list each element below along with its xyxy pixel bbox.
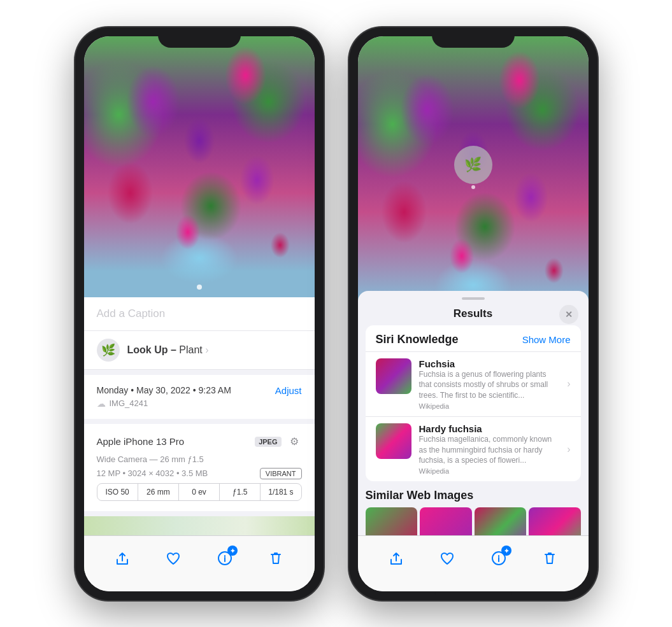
- similar-section: Similar Web Images: [366, 489, 581, 535]
- right-info-button-wrap[interactable]: ✦: [485, 544, 513, 572]
- caption-row[interactable]: Add a Caption: [84, 297, 315, 331]
- camera-model: Apple iPhone 13 Pro: [97, 436, 185, 447]
- shutter-cell: 1/181 s: [261, 484, 301, 500]
- similar-images-row: [366, 507, 581, 535]
- left-home-indicator: [161, 592, 238, 595]
- similar-image-4[interactable]: [529, 507, 581, 535]
- hardy-fuchsia-desc: Fuchsia magellanica, commonly known as t…: [419, 434, 558, 466]
- right-home-indicator: [435, 592, 511, 595]
- siri-lookup-button[interactable]: 🌿: [454, 146, 492, 184]
- fuchsia-desc: Fuchsia is a genus of flowering plants t…: [419, 369, 558, 401]
- fuchsia-source: Wikipedia: [419, 402, 558, 410]
- right-share-button[interactable]: [382, 544, 410, 572]
- camera-section: Apple iPhone 13 Pro JPEG ⚙ Wide Camera —…: [84, 424, 315, 511]
- hardy-fuchsia-chevron: ›: [567, 444, 570, 455]
- sk-header: Siri Knowledge Show More: [366, 325, 581, 351]
- fuchsia-thumbnail: [376, 358, 411, 394]
- format-badge: JPEG: [255, 437, 281, 447]
- heart-button[interactable]: [159, 544, 187, 572]
- right-heart-button[interactable]: [433, 544, 461, 572]
- hardy-fuchsia-title: Hardy fuchsia: [419, 423, 558, 434]
- focal-cell: 26 mm: [138, 484, 179, 500]
- hardy-fuchsia-text: Hardy fuchsia Fuchsia magellanica, commo…: [419, 423, 571, 475]
- left-bottom-toolbar: ✦: [84, 535, 315, 591]
- info-button-wrap[interactable]: ✦: [211, 544, 239, 572]
- flower-image-right[interactable]: 🌿: [358, 36, 589, 329]
- right-phone-screen: 🌿 Results ✕ Siri Knowledge Show More: [358, 36, 589, 591]
- cloud-icon: ☁: [97, 398, 106, 409]
- hardy-fuchsia-source: Wikipedia: [419, 467, 558, 475]
- results-title: Results: [454, 307, 492, 320]
- info-badge: ✦: [227, 546, 238, 556]
- fuchsia-item[interactable]: Fuchsia Fuchsia is a genus of flowering …: [366, 351, 581, 416]
- ev-cell: 0 ev: [179, 484, 220, 500]
- megapixels-spec: 12 MP • 3024 × 4032 • 3.5 MB: [97, 468, 208, 478]
- similar-title: Similar Web Images: [366, 489, 474, 502]
- flower-image-left[interactable]: [84, 36, 315, 297]
- right-phone-notch: [432, 27, 515, 48]
- adjust-button[interactable]: Adjust: [275, 385, 302, 396]
- leaf-icon: 🌿: [101, 343, 115, 357]
- fuchsia-chevron: ›: [567, 378, 570, 390]
- settings-icon[interactable]: ⚙: [287, 434, 302, 449]
- left-phone-screen: Add a Caption 🌿 Look Up – Plant › Monday…: [84, 36, 315, 591]
- siri-dot: [471, 185, 475, 189]
- hardy-fuchsia-thumbnail: [376, 423, 411, 459]
- filename: IMG_4241: [110, 398, 148, 408]
- sk-title: Siri Knowledge: [376, 333, 459, 346]
- right-info-badge: ✦: [501, 546, 511, 556]
- iso-row: ISO 50 26 mm 0 ev ƒ1.5 1/181 s: [97, 483, 302, 501]
- right-trash-button[interactable]: [536, 544, 564, 572]
- caption-placeholder[interactable]: Add a Caption: [97, 307, 166, 320]
- share-button[interactable]: [108, 544, 136, 572]
- similar-image-1[interactable]: [366, 507, 418, 535]
- info-section: Monday • May 30, 2022 • 9:23 AM Adjust ☁…: [84, 375, 315, 419]
- hardy-fuchsia-item[interactable]: Hardy fuchsia Fuchsia magellanica, commo…: [366, 416, 581, 481]
- left-phone: Add a Caption 🌿 Look Up – Plant › Monday…: [75, 27, 324, 600]
- aperture-cell: ƒ1.5: [220, 484, 261, 500]
- iso-cell: ISO 50: [97, 484, 138, 500]
- wide-camera-spec: Wide Camera — 26 mm ƒ1.5: [97, 454, 204, 464]
- dot-indicator: [197, 285, 202, 290]
- photo-date: Monday • May 30, 2022 • 9:23 AM: [97, 385, 231, 395]
- left-phone-notch: [158, 27, 241, 48]
- right-phone: 🌿 Results ✕ Siri Knowledge Show More: [349, 27, 597, 600]
- right-bottom-toolbar: ✦: [358, 535, 589, 591]
- results-close-button[interactable]: ✕: [559, 305, 578, 324]
- similar-image-2[interactable]: [420, 507, 472, 535]
- siri-knowledge-section: Siri Knowledge Show More Fuchsia Fuchsia…: [366, 325, 581, 482]
- lookup-row[interactable]: 🌿 Look Up – Plant ›: [84, 331, 315, 370]
- results-header: Results ✕: [358, 300, 589, 325]
- results-panel: Results ✕ Siri Knowledge Show More Fuchs…: [358, 291, 589, 535]
- trash-button[interactable]: [262, 544, 290, 572]
- show-more-button[interactable]: Show More: [522, 334, 571, 345]
- fuchsia-text: Fuchsia Fuchsia is a genus of flowering …: [419, 358, 571, 410]
- lookup-label[interactable]: Look Up – Plant ›: [127, 344, 209, 356]
- similar-image-3[interactable]: [475, 507, 527, 535]
- vibrant-badge: VIBRANT: [260, 468, 302, 479]
- lookup-icon: 🌿: [97, 339, 120, 362]
- fuchsia-title: Fuchsia: [419, 358, 558, 369]
